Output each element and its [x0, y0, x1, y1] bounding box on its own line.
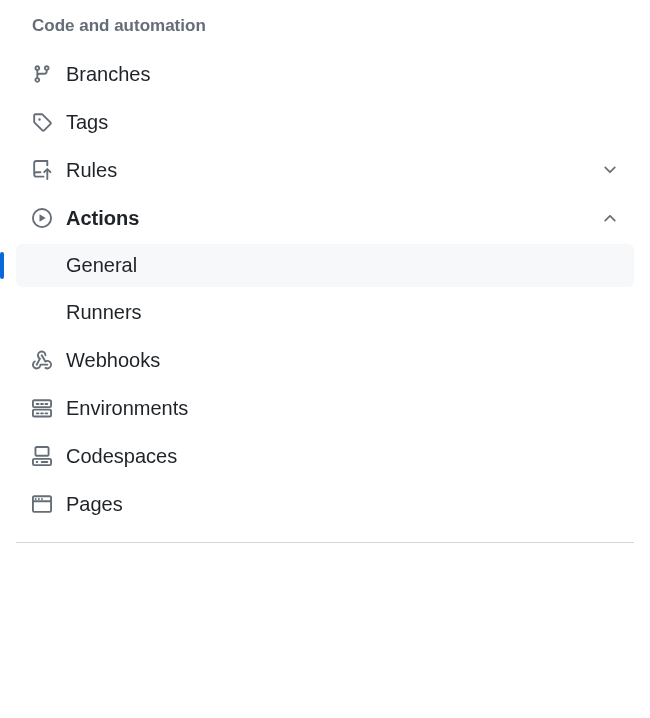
play-icon	[30, 206, 54, 230]
sidebar-item-label: Environments	[66, 397, 620, 420]
git-branch-icon	[30, 62, 54, 86]
sidebar-subitem-label: Runners	[66, 301, 142, 324]
nav-list: Branches Tags Rules Actions	[16, 52, 634, 526]
codespaces-icon	[30, 444, 54, 468]
tag-icon	[30, 110, 54, 134]
sidebar-item-actions[interactable]: Actions	[16, 196, 634, 240]
sidebar-item-pages[interactable]: Pages	[16, 482, 634, 526]
sidebar-item-label: Pages	[66, 493, 620, 516]
sidebar-item-environments[interactable]: Environments	[16, 386, 634, 430]
sidebar-subitem-label: General	[66, 254, 137, 277]
sidebar-item-label: Webhooks	[66, 349, 620, 372]
sidebar-item-webhooks[interactable]: Webhooks	[16, 338, 634, 382]
repo-push-icon	[30, 158, 54, 182]
divider	[16, 542, 634, 543]
sidebar-item-tags[interactable]: Tags	[16, 100, 634, 144]
sidebar-subitem-runners[interactable]: Runners	[16, 291, 634, 334]
chevron-up-icon	[600, 208, 620, 228]
settings-sidebar: Code and automation Branches Tags Rules	[0, 0, 650, 543]
sidebar-item-label: Tags	[66, 111, 620, 134]
sidebar-item-label: Branches	[66, 63, 620, 86]
sidebar-item-label: Rules	[66, 159, 600, 182]
sidebar-item-label: Codespaces	[66, 445, 620, 468]
sidebar-subitem-general[interactable]: General	[16, 244, 634, 287]
sidebar-item-codespaces[interactable]: Codespaces	[16, 434, 634, 478]
section-heading: Code and automation	[16, 8, 634, 52]
server-icon	[30, 396, 54, 420]
chevron-down-icon	[600, 160, 620, 180]
webhook-icon	[30, 348, 54, 372]
sidebar-item-branches[interactable]: Branches	[16, 52, 634, 96]
browser-icon	[30, 492, 54, 516]
sidebar-item-rules[interactable]: Rules	[16, 148, 634, 192]
sidebar-item-label: Actions	[66, 207, 600, 230]
